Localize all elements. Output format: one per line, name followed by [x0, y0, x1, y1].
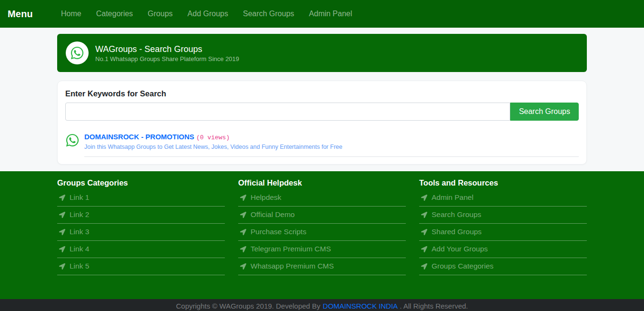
location-arrow-icon	[240, 246, 246, 252]
footer-link-label: Link 5	[70, 262, 89, 270]
footer-link-helpdesk[interactable]: Helpdesk	[238, 189, 406, 207]
result-body: DOMAINSROCK - PROMOTIONS (0 views) Join …	[84, 133, 579, 157]
location-arrow-icon	[421, 246, 427, 252]
footer-link-label: Link 2	[70, 210, 89, 219]
copyright-text-prefix: Copyrights © WAGroups 2019. Developed By	[176, 302, 320, 310]
footer-link-label: Groups Categories	[432, 262, 493, 270]
location-arrow-icon	[421, 195, 427, 201]
copyright-text-suffix: . All Rights Reserved.	[400, 302, 468, 310]
footer-link-label: Official Demo	[251, 210, 295, 219]
search-label: Enter Keywords for Search	[65, 89, 579, 98]
result-title-row: DOMAINSROCK - PROMOTIONS (0 views)	[84, 133, 579, 142]
location-arrow-icon	[59, 246, 65, 252]
nav-link-categories[interactable]: Categories	[92, 6, 137, 22]
footer-link-label: Add Your Groups	[432, 245, 488, 253]
banner-subtitle: No.1 Whatsapp Groups Share Plateform Sin…	[95, 55, 239, 62]
group-views-count: (0 views)	[196, 134, 230, 141]
footer-column-title: Official Helpdesk	[238, 178, 406, 187]
footer-link-purchase-scripts[interactable]: Purchase Scripts	[238, 224, 406, 241]
footer-link-label: Whatsapp Premium CMS	[251, 262, 334, 270]
nav-link-admin-panel[interactable]: Admin Panel	[305, 6, 356, 22]
footer-link-label: Helpdesk	[251, 193, 282, 202]
location-arrow-icon	[59, 195, 65, 201]
result-divider	[84, 156, 579, 157]
top-navbar: Menu HomeCategoriesGroupsAdd GroupsSearc…	[0, 0, 644, 28]
footer-link-list: Admin Panel Search Groups Shared Groups …	[419, 189, 587, 275]
footer-link-shared-groups[interactable]: Shared Groups	[419, 224, 587, 241]
whatsapp-icon	[66, 41, 89, 64]
whatsapp-icon	[65, 133, 80, 147]
footer-link-label: Link 4	[70, 245, 89, 253]
search-groups-button[interactable]: Search Groups	[510, 103, 579, 121]
footer-link-link-3[interactable]: Link 3	[57, 224, 225, 241]
search-input-group: Search Groups	[65, 103, 579, 121]
footer-link-label: Link 3	[70, 228, 89, 236]
footer-link-label: Admin Panel	[432, 193, 473, 202]
nav-link-home[interactable]: Home	[57, 6, 85, 22]
footer-link-link-2[interactable]: Link 2	[57, 207, 225, 224]
footer-column-title: Groups Categories	[57, 178, 225, 187]
group-description-link[interactable]: Join this Whatsapp Groups to Get Latest …	[84, 144, 342, 150]
page-footer: Groups Categories Link 1 Link 2 Link 3	[0, 171, 644, 299]
group-result-item: DOMAINSROCK - PROMOTIONS (0 views) Join …	[65, 133, 579, 157]
location-arrow-icon	[240, 195, 246, 201]
footer-link-label: Shared Groups	[432, 228, 482, 236]
location-arrow-icon	[59, 229, 65, 235]
footer-link-label: Telegram Premium CMS	[251, 245, 331, 253]
footer-link-whatsapp-premium-cms[interactable]: Whatsapp Premium CMS	[238, 258, 406, 275]
nav-links: HomeCategoriesGroupsAdd GroupsSearch Gro…	[57, 6, 363, 22]
footer-link-official-demo[interactable]: Official Demo	[238, 207, 406, 224]
footer-link-add-your-groups[interactable]: Add Your Groups	[419, 241, 587, 258]
footer-link-telegram-premium-cms[interactable]: Telegram Premium CMS	[238, 241, 406, 258]
location-arrow-icon	[421, 212, 427, 218]
location-arrow-icon	[59, 212, 65, 218]
page-header-banner: WAGroups - Search Groups No.1 Whatsapp G…	[57, 34, 587, 72]
group-title-link[interactable]: DOMAINSROCK - PROMOTIONS	[84, 133, 194, 141]
footer-link-list: Helpdesk Official Demo Purchase Scripts …	[238, 189, 406, 275]
footer-column-official-helpdesk: Official Helpdesk Helpdesk Official Demo…	[238, 178, 406, 275]
footer-column-title: Tools and Resources	[419, 178, 587, 187]
banner-title: WAGroups - Search Groups	[95, 44, 239, 54]
domainsrock-india-link[interactable]: DOMAINSROCK INDIA	[323, 302, 398, 310]
footer-link-admin-panel[interactable]: Admin Panel	[419, 189, 587, 207]
search-card: Enter Keywords for Search Search Groups …	[57, 81, 587, 165]
navbar-brand[interactable]: Menu	[8, 9, 33, 20]
footer-columns: Groups Categories Link 1 Link 2 Link 3	[57, 178, 587, 275]
footer-link-link-1[interactable]: Link 1	[57, 189, 225, 207]
footer-link-link-4[interactable]: Link 4	[57, 241, 225, 258]
location-arrow-icon	[240, 212, 246, 218]
footer-column-groups-categories: Groups Categories Link 1 Link 2 Link 3	[57, 178, 225, 275]
nav-link-search-groups[interactable]: Search Groups	[239, 6, 298, 22]
location-arrow-icon	[240, 229, 246, 235]
location-arrow-icon	[240, 263, 246, 270]
footer-link-link-5[interactable]: Link 5	[57, 258, 225, 275]
location-arrow-icon	[421, 263, 427, 270]
banner-text: WAGroups - Search Groups No.1 Whatsapp G…	[95, 44, 239, 62]
footer-column-tools-and-resources: Tools and Resources Admin Panel Search G…	[419, 178, 587, 275]
footer-link-label: Search Groups	[432, 210, 481, 219]
footer-link-search-groups[interactable]: Search Groups	[419, 207, 587, 224]
location-arrow-icon	[421, 229, 427, 235]
nav-link-add-groups[interactable]: Add Groups	[184, 6, 232, 22]
footer-link-list: Link 1 Link 2 Link 3 Link 4 Link 5	[57, 189, 225, 275]
footer-link-label: Link 1	[70, 193, 89, 202]
search-input[interactable]	[65, 103, 510, 121]
footer-link-label: Purchase Scripts	[251, 228, 306, 236]
footer-link-groups-categories[interactable]: Groups Categories	[419, 258, 587, 275]
location-arrow-icon	[59, 263, 65, 270]
nav-link-groups[interactable]: Groups	[144, 6, 176, 22]
copyright-bar: Copyrights © WAGroups 2019. Developed By…	[0, 299, 644, 311]
